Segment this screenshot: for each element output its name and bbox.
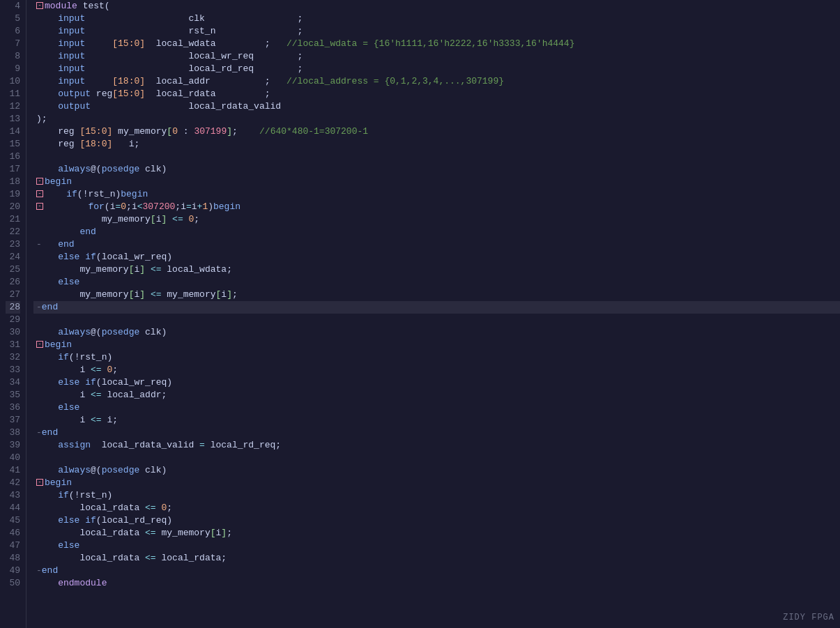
ln-5: 5 (6, 13, 20, 25)
code-line-41: always@(posedge clk) (33, 464, 840, 477)
code-container: 4 5 6 7 8 9 10 11 12 13 14 15 16 17 18 1… (0, 0, 840, 628)
ln-33: 33 (6, 364, 20, 376)
watermark: ZIDY FPGA (783, 613, 834, 622)
ln-48: 48 (6, 552, 20, 565)
ln-21: 21 (6, 213, 20, 226)
ln-25: 25 (6, 263, 20, 276)
ln-4: 4 (6, 0, 20, 13)
ln-10: 10 (6, 75, 20, 88)
code-line-22: end (33, 226, 840, 238)
code-line-27: my_memory[i] <= my_memory[i]; (33, 289, 840, 301)
ln-24: 24 (6, 251, 20, 263)
code-line-20: - for(i=0;i<307200;i=i+1)begin (33, 201, 840, 213)
ln-9: 9 (6, 63, 20, 75)
code-line-9: input local_rd_req ; (33, 63, 840, 75)
ln-34: 34 (6, 376, 20, 389)
code-line-7: input [15:0] local_wdata ; //local_wdata… (33, 38, 840, 50)
fold-icon-19[interactable]: - (36, 190, 43, 197)
code-line-19: - if(!rst_n)begin (33, 188, 840, 201)
code-line-43: if(!rst_n) (33, 489, 840, 502)
fold-icon-4[interactable]: - (36, 2, 43, 9)
code-line-48: local_rdata <= local_rdata; (33, 552, 840, 565)
ln-18: 18 (6, 176, 20, 188)
ln-16: 16 (6, 151, 20, 163)
ln-29: 29 (6, 314, 20, 326)
ln-28: 28 (6, 301, 20, 314)
code-line-35: i <= local_addr; (33, 389, 840, 401)
code-line-36: else (33, 401, 840, 414)
code-line-11: output reg[15:0] local_rdata ; (33, 88, 840, 100)
ln-41: 41 (6, 464, 20, 477)
code-line-6: input rst_n ; (33, 25, 840, 38)
code-line-47: else (33, 539, 840, 552)
ln-44: 44 (6, 502, 20, 514)
ln-50: 50 (6, 577, 20, 590)
fold-icon-20[interactable]: - (36, 203, 43, 210)
code-line-26: else (33, 276, 840, 289)
code-line-15: reg [18:0] i; (33, 138, 840, 151)
code-line-38: -end (33, 427, 840, 439)
code-line-14: reg [15:0] my_memory[0 : 307199]; //640*… (33, 125, 840, 138)
ln-39: 39 (6, 439, 20, 452)
ln-11: 11 (6, 88, 20, 100)
code-line-4: -module test( (33, 0, 840, 13)
ln-15: 15 (6, 138, 20, 151)
ln-37: 37 (6, 414, 20, 427)
code-line-32: if(!rst_n) (33, 351, 840, 364)
ln-27: 27 (6, 289, 20, 301)
code-line-25: my_memory[i] <= local_wdata; (33, 263, 840, 276)
ln-8: 8 (6, 50, 20, 63)
code-line-28: -end (33, 301, 840, 314)
code-line-30: always@(posedge clk) (33, 326, 840, 339)
ln-46: 46 (6, 527, 20, 539)
ln-22: 22 (6, 226, 20, 238)
code-line-21: my_memory[i] <= 0; (33, 213, 840, 226)
ln-43: 43 (6, 489, 20, 502)
ln-31: 31 (6, 339, 20, 351)
ln-45: 45 (6, 514, 20, 527)
code-line-5: input clk ; (33, 13, 840, 25)
code-line-39: assign local_rdata_valid = local_rd_req; (33, 439, 840, 452)
code-line-44: local_rdata <= 0; (33, 502, 840, 514)
ln-6: 6 (6, 25, 20, 38)
code-line-8: input local_wr_req ; (33, 50, 840, 63)
ln-13: 13 (6, 113, 20, 125)
ln-42: 42 (6, 477, 20, 489)
code-line-34: else if(local_wr_req) (33, 376, 840, 389)
code-line-37: i <= i; (33, 414, 840, 427)
ln-17: 17 (6, 163, 20, 176)
ln-40: 40 (6, 452, 20, 464)
code-line-42: -begin (33, 477, 840, 489)
ln-35: 35 (6, 389, 20, 401)
code-line-46: local_rdata <= my_memory[i]; (33, 527, 840, 539)
code-line-45: else if(local_rd_req) (33, 514, 840, 527)
fold-icon-31[interactable]: - (36, 341, 43, 348)
code-line-16 (33, 151, 840, 163)
ln-26: 26 (6, 276, 20, 289)
code-line-29 (33, 314, 840, 326)
ln-12: 12 (6, 100, 20, 113)
code-line-17: always@(posedge clk) (33, 163, 840, 176)
fold-icon-42[interactable]: - (36, 479, 43, 486)
ln-32: 32 (6, 351, 20, 364)
code-line-13: ); (33, 113, 840, 125)
code-line-49: -end (33, 565, 840, 577)
ln-36: 36 (6, 401, 20, 414)
ln-14: 14 (6, 125, 20, 138)
ln-7: 7 (6, 38, 20, 50)
ln-30: 30 (6, 326, 20, 339)
ln-19: 19 (6, 188, 20, 201)
code-line-50: endmodule (33, 577, 840, 590)
fold-icon-18[interactable]: - (36, 178, 43, 185)
code-line-31: -begin (33, 339, 840, 351)
code-line-23: - end (33, 238, 840, 251)
ln-38: 38 (6, 427, 20, 439)
ln-47: 47 (6, 539, 20, 552)
code-line-40 (33, 452, 840, 464)
code-line-33: i <= 0; (33, 364, 840, 376)
code-line-10: input [18:0] local_addr ; //local_addres… (33, 75, 840, 88)
line-numbers: 4 5 6 7 8 9 10 11 12 13 14 15 16 17 18 1… (0, 0, 26, 628)
code-area: -module test( input clk ; input rst_n ; … (26, 0, 840, 628)
ln-23: 23 (6, 238, 20, 251)
code-line-12: output local_rdata_valid (33, 100, 840, 113)
